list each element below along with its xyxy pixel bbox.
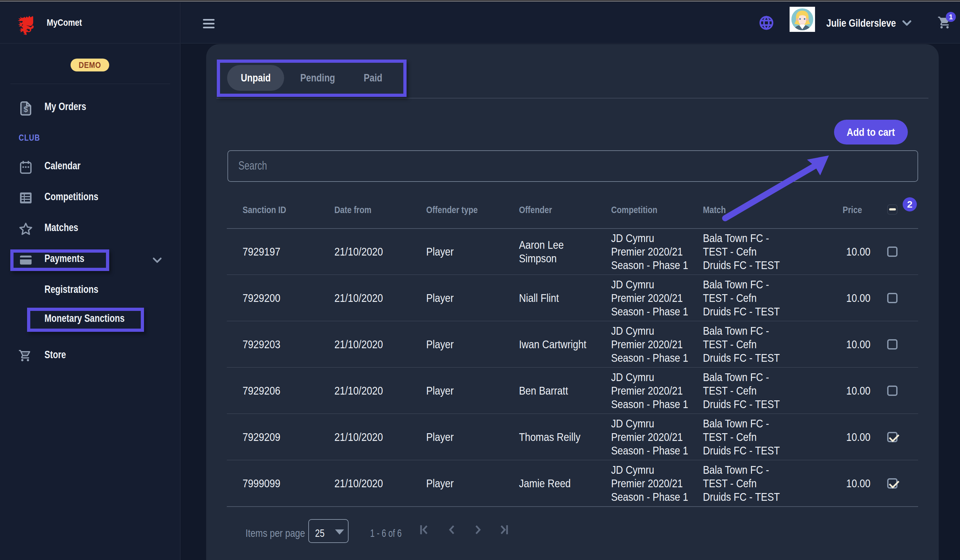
svg-text:$: $ xyxy=(24,105,28,113)
